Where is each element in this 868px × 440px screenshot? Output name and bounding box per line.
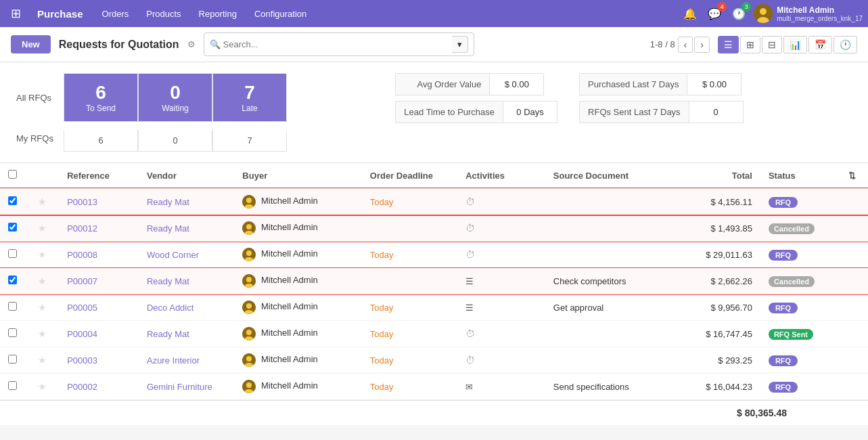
col-source-header[interactable]: Source Document [545,163,673,188]
kanban-view-btn[interactable]: ⊞ [740,36,760,53]
col-status-header[interactable]: Status [760,163,840,188]
vendor-link[interactable]: Ready Mat [147,223,189,234]
vendor-link[interactable]: Deco Addict [147,303,193,313]
status-badge: RFQ [769,382,798,393]
row-checkbox[interactable] [8,381,17,390]
navbar-right: 🔔 💬4 🕐3 Mitchell Admin multi_merge_order… [681,4,863,23]
row-checkbox[interactable] [8,355,17,364]
row-ref-cell: P00003 [59,347,139,374]
search-input[interactable] [223,39,452,49]
menu-configuration[interactable]: Configuration [246,6,315,22]
my-late[interactable]: 7 [212,130,287,152]
search-dropdown-btn[interactable]: ▾ [452,36,468,53]
clock-nav-icon[interactable]: 🕐3 [729,5,748,23]
row-activities-cell[interactable]: ⏱ [457,242,545,268]
col-vendor-header[interactable]: Vendor [139,163,234,188]
row-activities-cell[interactable]: ⏱ [457,215,545,242]
activity-view-btn[interactable]: 🕐 [833,36,857,53]
prev-page-btn[interactable]: ‹ [678,37,693,53]
late-card[interactable]: 7 Late [212,73,287,122]
col-filter-header[interactable]: ⇅ [840,163,868,188]
my-waiting[interactable]: 0 [138,130,212,152]
menu-orders[interactable]: Orders [94,6,137,22]
row-checkbox[interactable] [8,276,17,284]
row-total-cell: $ 16,044.23 [672,374,760,400]
col-deadline-header[interactable]: Order Deadline [362,163,457,188]
bell-icon[interactable]: 🔔 [681,5,700,23]
col-reference-header[interactable]: Reference [59,163,139,188]
star-icon[interactable]: ★ [38,196,47,207]
menu-reporting[interactable]: Reporting [191,6,245,22]
vendor-link[interactable]: Azure Interior [147,355,200,366]
row-buyer-cell: Mitchell Admin [234,294,362,321]
vendor-link[interactable]: Gemini Furniture [147,382,212,392]
menu-products[interactable]: Products [138,6,189,22]
row-activities-cell[interactable]: ⏱ [457,321,545,347]
row-status-cell: RFQ [760,242,840,268]
waiting-label: Waiting [159,104,191,113]
row-checkbox[interactable] [8,328,17,337]
row-activities-cell[interactable]: ⏱ [457,347,545,374]
row-activities-cell[interactable]: ✉ [457,374,545,400]
ref-link[interactable]: P00007 [67,276,97,286]
star-icon[interactable]: ★ [38,223,47,234]
svg-point-7 [246,224,252,229]
waiting-card[interactable]: 0 Waiting [138,73,212,122]
vendor-link[interactable]: Ready Mat [147,197,189,207]
ref-link[interactable]: P00013 [67,197,97,207]
row-extra-cell [840,215,868,242]
row-activities-cell[interactable]: ☰ [457,294,545,321]
row-activities-cell[interactable]: ☰ [457,268,545,294]
search-icon: 🔍 [210,39,221,49]
chart-view-btn[interactable]: 📊 [783,36,807,53]
col-activities-header[interactable]: Activities [457,163,545,188]
list-view-btn[interactable]: ☰ [718,36,739,53]
user-profile[interactable]: Mitchell Admin multi_merge_orders_knk_17 [754,4,863,23]
ref-link[interactable]: P00005 [67,303,97,313]
star-icon[interactable]: ★ [38,276,47,286]
avg-order-value: $ 0.00 [490,73,544,95]
star-icon[interactable]: ★ [38,249,47,260]
row-checkbox[interactable] [8,302,17,311]
calendar-view-btn[interactable]: 📅 [808,36,832,53]
ref-link[interactable]: P00002 [67,382,97,392]
my-to-send[interactable]: 6 [64,130,138,152]
col-total-header[interactable]: Total [672,163,760,188]
to-send-card[interactable]: 6 To Send [64,73,138,122]
star-icon[interactable]: ★ [38,381,47,392]
deadline-today: Today [370,303,394,313]
star-icon[interactable]: ★ [38,355,47,366]
ref-link[interactable]: P00004 [67,329,97,339]
clock-activity-icon: ⏱ [465,196,475,207]
star-icon[interactable]: ★ [38,328,47,339]
row-checkbox[interactable] [8,196,17,205]
row-deadline-cell: Today [362,242,457,268]
star-icon[interactable]: ★ [38,302,47,313]
col-select-all[interactable] [0,163,30,188]
svg-point-10 [246,250,252,256]
col-buyer-header[interactable]: Buyer [234,163,362,188]
table-view-btn[interactable]: ⊟ [762,36,782,53]
new-button[interactable]: New [11,35,51,53]
chat-icon[interactable]: 💬4 [705,5,724,23]
navbar: ⊞ Purchase Orders Products Reporting Con… [0,0,868,27]
next-page-btn[interactable]: › [694,37,710,53]
vendor-link[interactable]: Ready Mat [147,276,189,286]
svg-point-13 [246,277,252,282]
settings-icon[interactable]: ⚙ [187,39,196,49]
select-all-checkbox[interactable] [8,170,17,179]
buyer-avatar [242,195,256,208]
row-deadline-cell: Today [362,347,457,374]
row-activities-cell[interactable]: ⏱ [457,188,545,215]
page-title: Requests for Quotation [59,39,179,51]
row-checkbox[interactable] [8,249,17,258]
ref-link[interactable]: P00003 [67,355,97,366]
row-checkbox[interactable] [8,223,17,232]
vendor-link[interactable]: Ready Mat [147,329,189,339]
ref-link[interactable]: P00012 [67,223,97,234]
ref-link[interactable]: P00008 [67,250,97,260]
apps-icon[interactable]: ⊞ [5,3,26,24]
row-source-cell: Send specifications [545,374,673,400]
vendor-link[interactable]: Wood Corner [147,250,199,260]
row-total-cell: $ 9,956.70 [672,294,760,321]
